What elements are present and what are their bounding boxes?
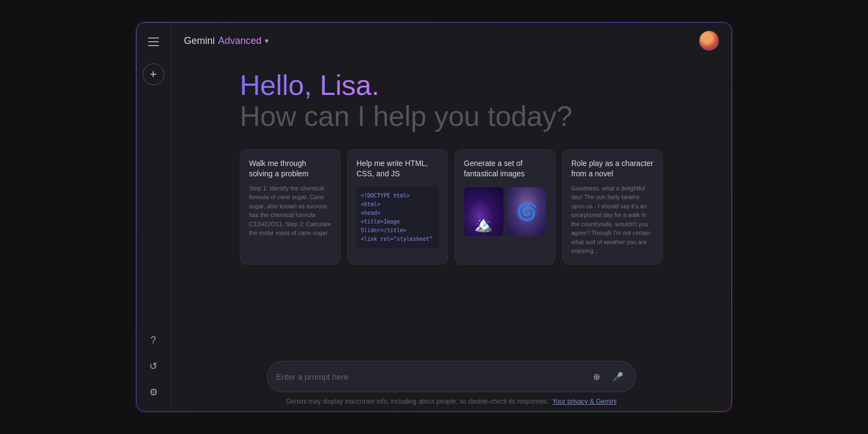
mic-button[interactable]: 🎤 (609, 368, 627, 385)
card-walk-through[interactable]: Walk me through solving a problem Step 1… (240, 149, 341, 264)
card-images-preview (464, 187, 546, 256)
card-role-play[interactable]: Role play as a character from a novel Go… (562, 149, 663, 264)
brand-button[interactable]: Gemini Advanced ▾ (184, 35, 269, 47)
settings-icon: ⚙ (149, 386, 158, 398)
app-window: + ? ↺ ⚙ Gemini Advanced ▾ (136, 22, 732, 412)
bottom-area: ⊕ 🎤 Gemini may display inaccurate info, … (171, 352, 732, 412)
avatar-image (699, 31, 719, 50)
fantasy-image-1 (464, 187, 503, 236)
prompt-bar: ⊕ 🎤 (267, 361, 636, 392)
card-fantastical-title: Generate a set of fantastical images (464, 158, 546, 178)
hamburger-line-3 (148, 45, 159, 46)
brand-dropdown-icon: ▾ (265, 36, 269, 45)
card-walk-through-preview: Step 1: Identify the chemical formula of… (249, 184, 331, 256)
menu-button[interactable] (143, 31, 164, 53)
sidebar: + ? ↺ ⚙ (136, 22, 171, 412)
new-chat-button[interactable]: + (143, 63, 164, 85)
card-html-css-js[interactable]: Help me write HTML, CSS, and JS <!DOCTYP… (347, 149, 448, 264)
suggestion-cards: Walk me through solving a problem Step 1… (240, 149, 663, 264)
mic-icon: 🎤 (612, 372, 623, 382)
card-fantastical-images[interactable]: Generate a set of fantastical images (455, 149, 556, 264)
card-role-play-title: Role play as a character from a novel (571, 158, 654, 178)
main-content: Gemini Advanced ▾ Hello, Lisa. How can I… (171, 22, 732, 412)
card-code-preview: <!DOCTYPE html> <html> <head> <title>Ima… (356, 187, 439, 248)
prompt-input[interactable] (276, 372, 583, 381)
center-area: Hello, Lisa. How can I help you today? W… (171, 59, 732, 352)
hamburger-line-2 (148, 41, 159, 42)
hamburger-line-1 (148, 37, 159, 39)
help-icon: ? (150, 335, 156, 346)
add-icon: ⊕ (593, 372, 600, 382)
disclaimer-text: Gemini may display inaccurate info, incl… (286, 398, 548, 405)
settings-button[interactable]: ⚙ (143, 381, 164, 403)
greeting-name: Hello, Lisa. (240, 70, 663, 101)
brand-advanced-text: Advanced (218, 35, 261, 47)
card-role-play-preview: Goodness, what a delightful day! The sun… (571, 184, 654, 256)
sidebar-bottom-icons: ? ↺ ⚙ (143, 329, 164, 403)
fantasy-image-2 (507, 187, 546, 236)
add-prompt-button[interactable]: ⊕ (588, 368, 605, 385)
history-icon: ↺ (149, 360, 157, 372)
disclaimer: Gemini may display inaccurate info, incl… (286, 398, 616, 405)
greeting-section: Hello, Lisa. How can I help you today? (240, 70, 663, 132)
card-walk-through-title: Walk me through solving a problem (249, 158, 331, 178)
greeting-question: How can I help you today? (240, 101, 663, 132)
card-html-css-js-title: Help me write HTML, CSS, and JS (356, 158, 439, 178)
avatar[interactable] (699, 31, 719, 50)
help-button[interactable]: ? (143, 329, 164, 351)
brand-gemini-text: Gemini (184, 35, 215, 47)
history-button[interactable]: ↺ (143, 355, 164, 377)
header: Gemini Advanced ▾ (171, 22, 732, 59)
privacy-link[interactable]: Your privacy & Gemini (552, 398, 616, 405)
